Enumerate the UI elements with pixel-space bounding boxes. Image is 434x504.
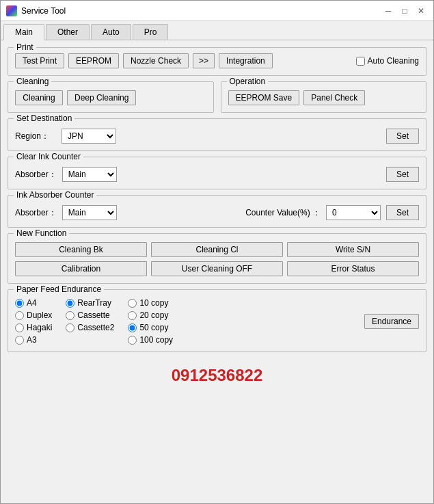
- label-duplex: Duplex: [27, 310, 52, 320]
- auto-cleaning-checkbox[interactable]: [356, 57, 365, 66]
- label-20-copy: 20 copy: [139, 310, 168, 320]
- tab-auto[interactable]: Auto: [91, 24, 131, 40]
- copy-10[interactable]: 10 copy: [128, 298, 173, 308]
- ink-absorber-set-button[interactable]: Set: [386, 205, 419, 220]
- copy-50[interactable]: 50 copy: [128, 323, 173, 332]
- auto-cleaning-row: Auto Cleaning: [356, 56, 419, 66]
- radio-duplex[interactable]: [15, 311, 24, 320]
- label-100-copy: 100 copy: [139, 335, 173, 345]
- set-destination-section: Set Destination Region： JPN USA EUR Set: [8, 118, 426, 151]
- destination-set-button[interactable]: Set: [386, 129, 419, 144]
- auto-cleaning-label: Auto Cleaning: [368, 56, 419, 66]
- radio-cassette[interactable]: [66, 311, 74, 320]
- label-hagaki: Hagaki: [27, 323, 52, 332]
- tab-other[interactable]: Other: [46, 24, 90, 40]
- close-button[interactable]: ✕: [414, 4, 428, 18]
- paper-feed-label: Paper Feed Endurance: [14, 284, 104, 294]
- label-cassette2: Cassette2: [77, 323, 114, 332]
- copy-col: 10 copy 20 copy 50 copy 100 copy: [128, 298, 173, 345]
- paper-feed-section: Paper Feed Endurance A4 Duplex Hagaki: [8, 289, 426, 352]
- panel-check-button[interactable]: Panel Check: [303, 90, 365, 105]
- user-cleaning-off-button[interactable]: User Cleaning OFF: [151, 261, 283, 276]
- print-row: Test Print EEPROM Nozzle Check >> Integr…: [15, 53, 419, 68]
- maximize-button[interactable]: □: [398, 4, 411, 18]
- cleaning-operation-row: Cleaning Cleaning Deep Cleaning Operatio…: [8, 81, 426, 113]
- window-title: Service Tool: [21, 6, 66, 16]
- radio-a4[interactable]: [15, 299, 24, 308]
- radio-cassette2[interactable]: [66, 323, 74, 332]
- operation-buttons: EEPROM Save Panel Check: [228, 90, 420, 105]
- ink-absorber-section: Ink Absorber Counter Absorber： Main Sub …: [8, 195, 426, 228]
- new-function-section: New Function Cleaning Bk Cleaning Cl Wri…: [8, 233, 426, 284]
- cleaning-cl-button[interactable]: Cleaning Cl: [151, 242, 283, 257]
- radio-20-copy[interactable]: [128, 311, 137, 320]
- radio-50-copy[interactable]: [128, 323, 137, 332]
- ink-absorber-label: Ink Absorber Counter: [14, 190, 96, 200]
- cleaning-label: Cleaning: [14, 77, 51, 86]
- ink-absorber-row: Absorber： Main Sub Counter Value(%) ： 0 …: [15, 205, 419, 220]
- radio-10-copy[interactable]: [128, 299, 137, 308]
- size-hagaki[interactable]: Hagaki: [15, 323, 52, 332]
- new-function-row2: Calibration User Cleaning OFF Error Stat…: [15, 261, 419, 276]
- label-10-copy: 10 copy: [139, 298, 168, 308]
- copy-20[interactable]: 20 copy: [128, 310, 173, 320]
- test-print-button[interactable]: Test Print: [15, 53, 64, 68]
- title-bar: Service Tool ─ □ ✕: [1, 1, 433, 21]
- clear-ink-label: Clear Ink Counter: [14, 152, 83, 161]
- arrow-button[interactable]: >>: [193, 53, 215, 68]
- size-a4[interactable]: A4: [15, 298, 52, 308]
- calibration-button[interactable]: Calibration: [15, 261, 147, 276]
- label-cassette: Cassette: [77, 310, 109, 320]
- main-window: Service Tool ─ □ ✕ Main Other Auto Pro P…: [0, 0, 434, 504]
- print-label: Print: [14, 42, 36, 52]
- deep-cleaning-button[interactable]: Deep Cleaning: [67, 90, 136, 105]
- label-50-copy: 50 copy: [139, 323, 168, 332]
- clear-ink-set-button[interactable]: Set: [386, 167, 419, 182]
- cleaning-section: Cleaning Cleaning Deep Cleaning: [8, 81, 214, 113]
- cleaning-buttons: Cleaning Deep Cleaning: [15, 90, 206, 105]
- tray-cassette[interactable]: Cassette: [66, 310, 114, 320]
- tab-bar: Main Other Auto Pro: [1, 21, 433, 40]
- app-icon: [6, 5, 17, 16]
- set-destination-label: Set Destination: [14, 114, 74, 123]
- tab-main[interactable]: Main: [3, 24, 44, 40]
- label-a4: A4: [27, 298, 37, 308]
- radio-100-copy[interactable]: [128, 336, 137, 345]
- error-status-button[interactable]: Error Status: [287, 261, 419, 276]
- tray-cassette2[interactable]: Cassette2: [66, 323, 114, 332]
- cleaning-button[interactable]: Cleaning: [15, 90, 63, 105]
- print-section: Print Test Print EEPROM Nozzle Check >> …: [8, 47, 426, 76]
- copy-100[interactable]: 100 copy: [128, 335, 173, 345]
- tray-rear[interactable]: RearTray: [66, 298, 114, 308]
- eeprom-button[interactable]: EEPROM: [68, 53, 119, 68]
- destination-row: Region： JPN USA EUR Set: [15, 129, 419, 144]
- ink-absorber-select[interactable]: Main Sub: [62, 205, 117, 220]
- absorber-select[interactable]: Main Sub: [62, 167, 117, 182]
- window-controls: ─ □ ✕: [381, 4, 428, 18]
- counter-value-select[interactable]: 0: [326, 205, 381, 220]
- ink-absorber-field-label: Absorber：: [15, 207, 57, 219]
- tab-pro[interactable]: Pro: [133, 24, 169, 40]
- eeprom-save-button[interactable]: EEPROM Save: [228, 90, 300, 105]
- new-function-row1: Cleaning Bk Cleaning Cl Write S/N: [15, 242, 419, 257]
- counter-value-label: Counter Value(%) ：: [245, 207, 321, 219]
- cleaning-bk-button[interactable]: Cleaning Bk: [15, 242, 147, 257]
- endurance-col: Endurance: [364, 298, 419, 345]
- minimize-button[interactable]: ─: [381, 4, 395, 18]
- size-duplex[interactable]: Duplex: [15, 310, 52, 320]
- integration-button[interactable]: Integration: [219, 53, 273, 68]
- phone-number: 0912536822: [8, 366, 426, 385]
- radio-rear-tray[interactable]: [66, 299, 74, 308]
- radio-hagaki[interactable]: [15, 323, 24, 332]
- write-sn-button[interactable]: Write S/N: [287, 242, 419, 257]
- nozzle-check-button[interactable]: Nozzle Check: [123, 53, 189, 68]
- operation-section: Operation EEPROM Save Panel Check: [221, 81, 427, 113]
- size-a3[interactable]: A3: [15, 335, 52, 345]
- region-select[interactable]: JPN USA EUR: [62, 129, 116, 144]
- size-col: A4 Duplex Hagaki A3: [15, 298, 52, 345]
- absorber-label: Absorber：: [15, 169, 57, 181]
- endurance-button[interactable]: Endurance: [364, 314, 419, 329]
- clear-ink-section: Clear Ink Counter Absorber： Main Sub Set: [8, 157, 426, 189]
- new-function-label: New Function: [14, 228, 69, 238]
- radio-a3[interactable]: [15, 336, 24, 345]
